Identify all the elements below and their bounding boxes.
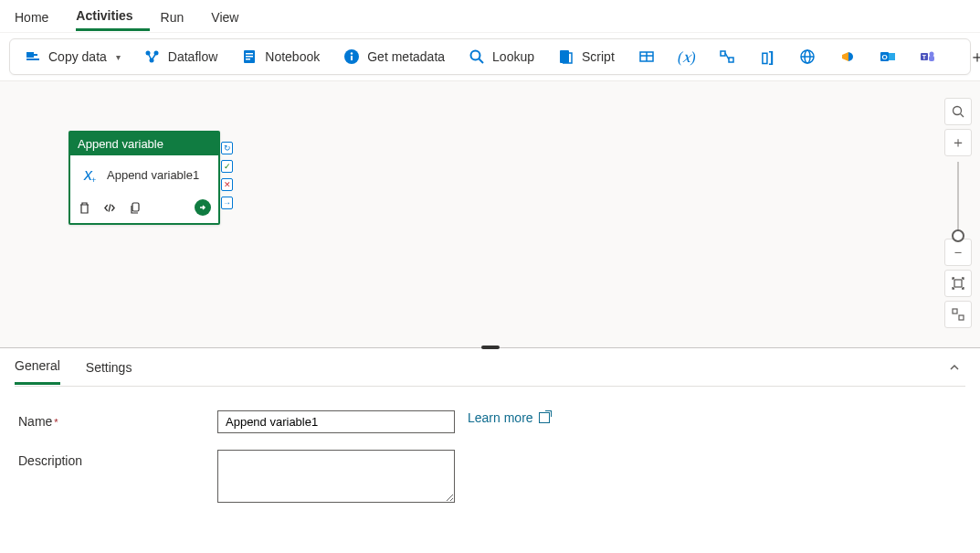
lookup-label: Lookup [492,49,534,64]
table-icon [638,48,655,65]
name-input[interactable] [217,410,455,433]
tab-run[interactable]: Run [161,3,201,30]
panel-tab-general[interactable]: General [15,349,60,385]
delete-icon[interactable] [78,201,90,214]
svg-line-11 [479,59,484,64]
activity-name: Append variable1 [107,168,199,182]
toolbar-extra-6[interactable] [830,43,865,70]
name-label: Name* [18,410,217,429]
copy-data-button[interactable]: Copy data ▾ [16,43,130,70]
learn-more-text: Learn more [468,410,533,425]
zoom-out-button[interactable]: － [944,239,972,266]
add-activity-button[interactable]: ＋ ▾ [960,43,980,70]
info-icon [343,48,360,65]
toolbar-extra-1[interactable] [629,43,664,70]
svg-rect-34 [953,309,957,314]
svg-rect-30 [132,203,139,211]
notebook-button[interactable]: Notebook [232,43,329,70]
get-metadata-button[interactable]: Get metadata [334,43,454,70]
name-row: Name* Learn more [18,410,962,433]
svg-point-26 [929,52,933,57]
activity-body: x+ Append variable1 [70,155,218,194]
zoom-fit-button[interactable] [944,270,972,297]
general-form: Name* Learn more Description [15,387,965,543]
zoom-handle[interactable] [952,229,964,242]
plus-icon: ＋ [969,48,980,65]
lookup-button[interactable]: Lookup [459,43,543,70]
code-icon[interactable] [103,201,116,214]
required-indicator: * [54,417,58,428]
dataflow-label: Dataflow [168,49,217,64]
toolbar-container: Copy data ▾ Dataflow Notebook Get metada… [0,33,980,80]
canvas-controls: ＋ － [943,98,973,332]
tab-view[interactable]: View [211,3,255,30]
brackets-icon: ▯] [759,48,775,65]
svg-point-9 [351,52,353,54]
toolbar-outlook[interactable]: O [870,43,905,70]
description-row: Description [18,450,962,503]
collapse-panel-button[interactable] [943,356,965,378]
connector-default[interactable]: ↻ [221,142,233,154]
toolbar-variable[interactable]: (𝑥) [669,43,704,70]
outlook-icon: O [880,48,896,65]
notebook-icon [241,48,258,65]
minimap-button[interactable] [944,301,972,328]
megaphone-icon [839,48,856,65]
tab-home[interactable]: Home [15,3,65,30]
connector-success[interactable]: ✓ [221,160,233,173]
name-label-text: Name [18,414,52,429]
panel-resize-handle[interactable] [481,346,500,349]
connector-skip[interactable]: → [221,197,233,209]
toolbar-teams[interactable]: T [911,43,945,70]
svg-rect-33 [954,280,962,287]
pipeline-canvas[interactable]: Append variable x+ Append variable1 ↻ ✓ [0,80,980,348]
svg-text:+: + [91,175,96,185]
activity-actions [70,194,218,223]
description-label: Description [18,450,217,468]
zoom-slider[interactable] [957,162,959,237]
pipeline-icon [719,48,735,65]
activity-type-header: Append variable [70,133,218,155]
toolbar-extra-3[interactable] [710,43,744,70]
run-arrow-icon[interactable] [195,199,211,216]
script-button[interactable]: Script [549,43,624,70]
copy-data-label: Copy data [48,49,107,64]
script-icon [558,48,574,65]
dataflow-button[interactable]: Dataflow [135,43,227,70]
globe-icon [799,48,816,65]
panel-tab-settings[interactable]: Settings [86,351,132,384]
svg-rect-4 [246,53,253,55]
svg-point-31 [954,107,962,115]
svg-rect-23 [889,53,895,60]
learn-more-link[interactable]: Learn more [468,410,550,425]
svg-rect-35 [959,315,964,320]
svg-rect-16 [721,51,725,56]
panel-tab-bar: General Settings [15,348,965,387]
properties-panel: General Settings Name* Learn more Descri… [0,348,980,543]
svg-point-10 [471,51,480,60]
activity-connectors: ↻ ✓ ✕ → [221,142,233,209]
activity-card[interactable]: Append variable x+ Append variable1 [68,131,220,225]
svg-rect-5 [246,56,253,58]
toolbar-extra-4[interactable]: ▯] [750,43,785,70]
dataflow-icon [144,48,161,65]
chevron-down-icon: ▾ [116,52,121,62]
activities-toolbar: Copy data ▾ Dataflow Notebook Get metada… [9,38,971,75]
svg-rect-8 [351,56,353,60]
connector-failure[interactable]: ✕ [221,178,233,191]
canvas-search-button[interactable] [944,98,972,125]
svg-rect-12 [560,50,569,63]
svg-rect-17 [729,58,733,62]
zoom-in-button[interactable]: ＋ [944,129,972,156]
external-link-icon [539,412,550,423]
copy-data-icon [25,48,41,65]
toolbar-web[interactable] [790,43,825,70]
copy-icon[interactable] [129,201,142,214]
svg-line-32 [961,114,964,118]
tab-activities[interactable]: Activities [76,1,149,31]
notebook-label: Notebook [265,49,320,64]
description-textarea[interactable] [217,450,455,503]
script-label: Script [582,49,615,64]
svg-rect-6 [246,58,250,60]
svg-rect-27 [929,56,934,61]
